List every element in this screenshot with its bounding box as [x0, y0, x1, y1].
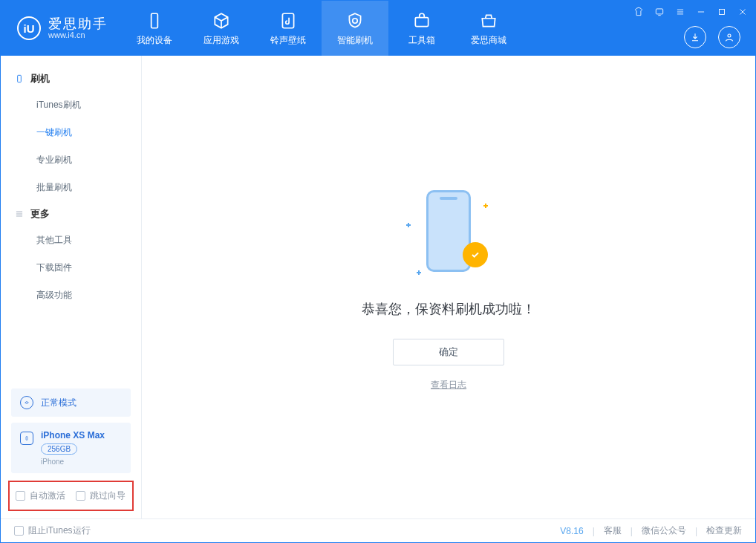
- svg-rect-1: [282, 13, 293, 28]
- window-controls: [632, 5, 749, 19]
- sidebar-item-oneclick-flash[interactable]: 一键刷机: [1, 119, 141, 146]
- version-label: V8.16: [560, 526, 583, 536]
- spark-icon: [406, 223, 411, 227]
- sidebar-item-itunes-flash[interactable]: iTunes刷机: [1, 91, 141, 119]
- nav-toolbox[interactable]: 工具箱: [388, 1, 455, 56]
- device-small-icon: [20, 432, 33, 445]
- device-card[interactable]: iPhone XS Max 256GB iPhone: [11, 423, 131, 473]
- close-button[interactable]: [736, 5, 749, 19]
- view-log-link[interactable]: 查看日志: [431, 379, 466, 391]
- list-icon: [14, 209, 25, 219]
- music-file-icon: [278, 10, 299, 31]
- svg-rect-0: [151, 13, 158, 28]
- svg-rect-5: [720, 10, 725, 15]
- device-type: iPhone: [41, 458, 105, 466]
- nav-apps[interactable]: 应用游戏: [188, 1, 255, 56]
- success-check-badge-icon: [463, 242, 488, 267]
- nav-smart-flash[interactable]: 智能刷机: [322, 1, 388, 56]
- mode-label: 正常模式: [41, 397, 76, 409]
- header-actions: [684, 26, 740, 48]
- nav-store[interactable]: 爱思商城: [455, 1, 522, 56]
- mode-icon: [20, 396, 33, 409]
- sidebar-item-firmware[interactable]: 下载固件: [1, 254, 141, 282]
- svg-point-3: [728, 34, 731, 37]
- customer-service-link[interactable]: 客服: [604, 524, 622, 537]
- brand-subtitle: www.i4.cn: [48, 30, 108, 39]
- phone-small-icon: [14, 74, 25, 84]
- menu-icon[interactable]: [674, 5, 687, 19]
- toolbox-icon: [411, 10, 432, 31]
- sidebar-item-batch-flash[interactable]: 批量刷机: [1, 174, 141, 201]
- svg-rect-4: [656, 9, 662, 14]
- checkbox-icon: [14, 526, 24, 536]
- sidebar-item-pro-flash[interactable]: 专业刷机: [1, 146, 141, 174]
- device-storage-pill: 256GB: [41, 443, 77, 455]
- skin-icon[interactable]: [632, 5, 645, 19]
- success-message: 恭喜您，保资料刷机成功啦！: [362, 300, 535, 318]
- success-illustration: [400, 183, 497, 279]
- store-icon: [478, 10, 499, 31]
- feedback-icon[interactable]: [653, 5, 666, 19]
- brand: iU 爱思助手 www.i4.cn: [1, 1, 121, 56]
- maximize-button[interactable]: [715, 5, 729, 19]
- download-button[interactable]: [684, 26, 706, 48]
- status-bar: 阻止iTunes运行 V8.16 | 客服 | 微信公众号 | 检查更新: [1, 518, 755, 542]
- checkbox-icon: [16, 491, 25, 501]
- brand-logo-icon: iU: [17, 16, 41, 40]
- device-name: iPhone XS Max: [41, 430, 105, 440]
- check-update-link[interactable]: 检查更新: [706, 524, 742, 537]
- account-button[interactable]: [718, 26, 740, 48]
- nav-ring-wallpaper[interactable]: 铃声壁纸: [255, 1, 322, 56]
- checkbox-auto-activate[interactable]: 自动激活: [16, 490, 65, 502]
- device-icon: [144, 10, 165, 31]
- main-content: 恭喜您，保资料刷机成功啦！ 确定 查看日志: [142, 56, 755, 518]
- sidebar-group-flash: 刷机: [1, 66, 141, 91]
- checkbox-icon: [76, 491, 85, 501]
- cube-icon: [211, 10, 232, 31]
- checkbox-block-itunes[interactable]: 阻止iTunes运行: [14, 524, 91, 537]
- top-nav: 我的设备 应用游戏 铃声壁纸 智能刷机 工具箱 爱思商城: [121, 1, 522, 56]
- ok-button[interactable]: 确定: [393, 339, 504, 365]
- refresh-shield-icon: [345, 10, 365, 31]
- sidebar: 刷机 iTunes刷机 一键刷机 专业刷机 批量刷机 更多 其他工具 下载固件 …: [1, 56, 142, 518]
- highlighted-options: 自动激活 跳过向导: [8, 481, 134, 511]
- spark-icon: [483, 204, 488, 208]
- sidebar-group-more: 更多: [1, 201, 141, 227]
- spark-icon: [417, 270, 421, 275]
- mode-indicator[interactable]: 正常模式: [11, 388, 131, 417]
- sidebar-item-advanced[interactable]: 高级功能: [1, 282, 141, 309]
- titlebar: iU 爱思助手 www.i4.cn 我的设备 应用游戏 铃声壁纸 智能刷机: [1, 1, 755, 56]
- svg-rect-7: [26, 437, 27, 440]
- minimize-button[interactable]: [694, 5, 708, 19]
- sidebar-item-other-tools[interactable]: 其他工具: [1, 227, 141, 254]
- checkbox-skip-wizard[interactable]: 跳过向导: [76, 490, 126, 502]
- nav-my-device[interactable]: 我的设备: [121, 1, 188, 56]
- svg-rect-6: [18, 75, 22, 82]
- svg-rect-2: [415, 17, 428, 26]
- app-window: iU 爱思助手 www.i4.cn 我的设备 应用游戏 铃声壁纸 智能刷机: [0, 0, 756, 543]
- brand-title: 爱思助手: [48, 17, 108, 30]
- wechat-link[interactable]: 微信公众号: [642, 524, 686, 537]
